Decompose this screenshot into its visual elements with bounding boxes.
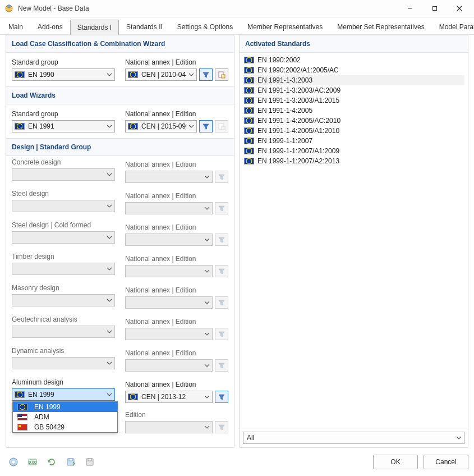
aluminum-option[interactable]: GB 50429 [13, 422, 117, 432]
design-std-select[interactable] [12, 263, 115, 275]
aluminum-annex-label: National annex | Edition [125, 381, 228, 388]
activated-standard-item[interactable]: EN 1990:2002 [243, 55, 464, 65]
filter-edition-button[interactable] [215, 421, 228, 433]
bottom-bar: 0,00 OK Cancel [6, 454, 468, 470]
design-row-label: Geotechnical analysis [12, 315, 115, 323]
filter-annex-1-button[interactable] [199, 68, 213, 81]
std-group-select-2[interactable]: EN 1991 [12, 120, 115, 132]
activated-standard-item[interactable]: EN 1991-1-3:2003/A1:2015 [243, 95, 464, 106]
aluminum-annex-select[interactable]: CEN | 2013-12 [125, 391, 213, 403]
help-button[interactable] [6, 454, 21, 470]
design-annex-label: National annex | Edition [125, 349, 228, 357]
activated-standard-label: EN 1991-1-3:2003/AC:2009 [257, 86, 340, 94]
eu-flag-icon [128, 71, 138, 78]
edition-select[interactable] [125, 421, 213, 433]
filter-annex-2-button[interactable] [199, 120, 213, 132]
design-annex-label: National annex | Edition [125, 318, 228, 326]
design-std-select[interactable] [12, 231, 115, 244]
activated-standard-item[interactable]: EN 1999-1-1:2007 [243, 136, 464, 146]
eu-flag-icon [244, 107, 254, 114]
activated-standard-label: EN 1991-1-3:2003/A1:2015 [257, 97, 339, 104]
standards-filter-value: All [243, 434, 454, 442]
tab-member-set-representatives[interactable]: Member Set Representatives [330, 19, 431, 34]
design-std-select[interactable] [12, 357, 115, 369]
std-group-select-1[interactable]: EN 1990 [12, 68, 115, 81]
design-annex-select[interactable] [125, 234, 213, 246]
design-row-label: Concrete design [12, 158, 115, 166]
filter-button[interactable] [215, 328, 228, 340]
design-annex-label: National annex | Edition [125, 286, 228, 294]
eu-flag-icon [244, 87, 254, 94]
activated-standards-list[interactable]: EN 1990:2002EN 1990:2002/A1:2005/ACEN 19… [240, 53, 468, 428]
filter-button[interactable] [215, 234, 228, 246]
design-annex-select[interactable] [125, 328, 213, 340]
cancel-button[interactable]: Cancel [424, 455, 468, 469]
aluminum-std-dropdown[interactable]: EN 1999ADMGB 50429 [12, 401, 118, 433]
chevron-down-icon [202, 328, 212, 340]
activated-standard-item[interactable]: EN 1990:2002/A1:2005/AC [243, 65, 464, 75]
std-group-value-2: EN 1991 [28, 122, 104, 130]
design-std-select[interactable] [12, 168, 115, 181]
tab-main[interactable]: Main [1, 19, 30, 34]
activated-standard-label: EN 1991-1-4:2005/A1:2010 [257, 127, 339, 135]
activated-standard-item[interactable]: EN 1999-1-1:2007/A2:2013 [243, 156, 464, 166]
aluminum-option-label: EN 1999 [34, 403, 61, 411]
units-button[interactable]: 0,00 [25, 454, 40, 470]
aluminum-std-select[interactable]: EN 1999EN 1999ADMGB 50429 [12, 388, 115, 401]
tab-standards-ii[interactable]: Standards II [119, 19, 170, 34]
activated-standard-item[interactable]: EN 1991-1-4:2005 [243, 106, 464, 116]
tab-model-parameters[interactable]: Model Parameters [432, 19, 474, 34]
annex-value-2: CEN | 2015-09 [141, 122, 186, 130]
filter-aluminum-button[interactable] [215, 391, 228, 403]
design-annex-select[interactable] [125, 171, 213, 183]
svg-rect-12 [69, 459, 72, 461]
design-annex-select[interactable] [125, 202, 213, 214]
load-template-button[interactable] [82, 454, 98, 470]
activated-standard-item[interactable]: EN 1991-1-4:2005/AC:2010 [243, 116, 464, 126]
design-annex-select[interactable] [125, 296, 213, 309]
filter-button[interactable] [215, 171, 228, 183]
eu-flag-icon [128, 393, 138, 400]
activated-standard-item[interactable]: EN 1991-1-4:2005/A1:2010 [243, 126, 464, 136]
filter-button[interactable] [215, 202, 228, 214]
tab-standards-i[interactable]: Standards I [70, 20, 119, 35]
svg-text:0,00: 0,00 [29, 460, 36, 464]
edit-annex-1-button[interactable] [215, 68, 228, 81]
tab-member-representatives[interactable]: Member Representatives [240, 19, 330, 34]
tab-add-ons[interactable]: Add-ons [30, 19, 70, 34]
annex-select-2[interactable]: CEN | 2015-09 [125, 120, 197, 132]
reset-button[interactable] [44, 454, 59, 470]
eu-flag-icon [244, 127, 254, 134]
activated-standard-item[interactable]: EN 1991-1-3:2003 [243, 75, 464, 85]
design-std-select[interactable] [12, 326, 115, 338]
design-row-label: Masonry design [12, 284, 115, 292]
design-annex-label: National annex | Edition [125, 192, 228, 200]
annex-select-1[interactable]: CEN | 2010-04 [125, 68, 197, 81]
activated-standard-label: EN 1999-1-1:2007/A1:2009 [257, 147, 339, 155]
aluminum-option[interactable]: ADM [13, 412, 117, 422]
edit-annex-2-button[interactable] [215, 120, 228, 132]
design-row-label: Timber design [12, 253, 115, 260]
ok-button[interactable]: OK [373, 455, 418, 469]
window-close-button[interactable] [447, 0, 472, 17]
design-std-select[interactable] [12, 294, 115, 306]
standards-filter-select[interactable]: All [243, 432, 464, 444]
design-annex-select[interactable] [125, 265, 213, 277]
design-annex-select[interactable] [125, 359, 213, 372]
eu-flag-icon [244, 148, 254, 154]
window-maximize-button[interactable] [422, 0, 447, 17]
tab-settings-options[interactable]: Settings & Options [170, 19, 240, 34]
filter-button[interactable] [215, 359, 228, 372]
save-template-button[interactable] [63, 454, 79, 470]
chevron-down-icon [202, 360, 212, 371]
aluminum-option[interactable]: EN 1999 [13, 402, 117, 412]
filter-button[interactable] [215, 265, 228, 277]
activated-standard-item[interactable]: EN 1991-1-3:2003/AC:2009 [243, 85, 464, 95]
window-minimize-button[interactable] [398, 0, 422, 17]
chevron-down-icon [202, 171, 212, 182]
filter-button[interactable] [215, 296, 228, 309]
design-std-select[interactable] [12, 200, 115, 212]
us-flag-icon [17, 414, 27, 420]
eu-flag-icon [128, 123, 138, 130]
activated-standard-item[interactable]: EN 1999-1-1:2007/A1:2009 [243, 146, 464, 156]
